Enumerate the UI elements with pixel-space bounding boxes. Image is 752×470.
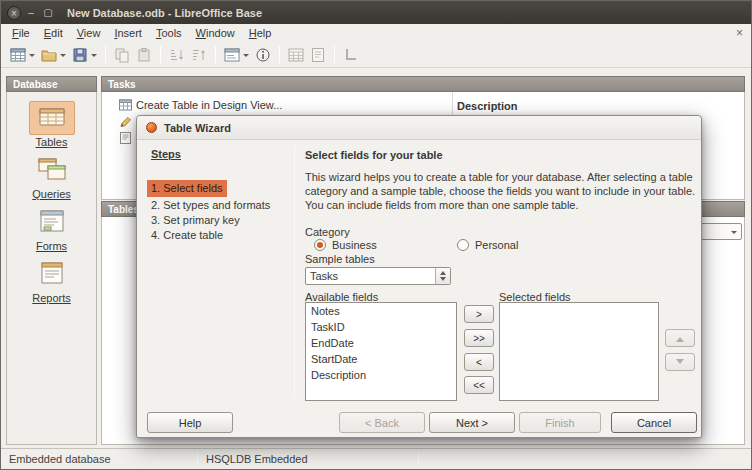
toolbar xyxy=(1,42,751,68)
chevron-up-icon xyxy=(676,333,684,342)
sidebar-item-forms[interactable]: Forms xyxy=(29,205,75,252)
step-create-table[interactable]: 4. Create table xyxy=(147,228,227,242)
move-up-button[interactable] xyxy=(665,329,695,347)
sidebar-item-label: Reports xyxy=(32,292,71,304)
design-form-icon xyxy=(310,47,326,63)
design-table-button[interactable] xyxy=(285,44,307,66)
list-item[interactable]: Description xyxy=(306,367,456,383)
paste-button[interactable] xyxy=(133,44,155,66)
paste-icon xyxy=(136,47,152,63)
forms-icon xyxy=(37,209,67,233)
step-set-primary-key[interactable]: 3. Set primary key xyxy=(147,213,244,227)
task-use-wizard[interactable] xyxy=(119,116,132,128)
finish-button[interactable]: Finish xyxy=(519,412,601,433)
menubar: File Edit View Insert Tools Window Help … xyxy=(1,24,751,42)
back-button[interactable]: < Back xyxy=(339,412,425,433)
sort-descending-button[interactable] xyxy=(188,44,210,66)
window-close-icon[interactable]: × xyxy=(7,6,21,20)
database-sidebar: Database Tables Queries Forms xyxy=(6,76,97,445)
radio-business-row: Business xyxy=(314,239,377,251)
sidebar-item-label: Forms xyxy=(36,240,67,252)
task-label: Create Table in Design View... xyxy=(136,99,282,111)
new-table-button[interactable] xyxy=(7,44,38,66)
menu-view[interactable]: View xyxy=(70,24,108,42)
save-button[interactable] xyxy=(69,44,100,66)
chevron-down-icon xyxy=(29,54,35,60)
list-item[interactable]: EndDate xyxy=(306,335,456,351)
chevron-down-icon xyxy=(91,54,97,60)
menu-file[interactable]: File xyxy=(5,24,37,42)
sort-ascending-button[interactable] xyxy=(166,44,188,66)
task-create-table-design-view[interactable]: Create Table in Design View... xyxy=(119,99,282,111)
move-down-button[interactable] xyxy=(665,353,695,371)
reports-iconbox xyxy=(29,257,75,291)
sample-tables-label: Sample tables xyxy=(305,253,375,265)
business-radio[interactable] xyxy=(314,239,326,251)
list-item[interactable]: StartDate xyxy=(306,351,456,367)
copy-button[interactable] xyxy=(111,44,133,66)
dialog-body: Steps 1. Select fields 2. Set types and … xyxy=(137,140,701,437)
chevron-up-icon xyxy=(440,268,446,275)
sidebar-item-label: Tables xyxy=(36,136,68,148)
sample-tables-value: Tasks xyxy=(306,270,435,282)
available-fields-list[interactable]: Notes TaskID EndDate StartDate Descripti… xyxy=(305,302,457,401)
table-wizard-dialog: Table Wizard Steps 1. Select fields 2. S… xyxy=(136,115,702,438)
window-minimize-icon[interactable]: – xyxy=(24,6,38,20)
menu-insert[interactable]: Insert xyxy=(107,24,149,42)
dialog-title: Table Wizard xyxy=(164,122,231,134)
sidebar-item-label: Queries xyxy=(32,188,71,200)
dialog-vertical-separator xyxy=(294,146,295,397)
queries-iconbox xyxy=(29,153,75,187)
menu-edit[interactable]: Edit xyxy=(37,24,70,42)
tables-icon xyxy=(37,105,67,129)
cancel-button[interactable]: Cancel xyxy=(611,412,697,433)
sidebar-item-reports[interactable]: Reports xyxy=(29,257,75,304)
new-table-icon xyxy=(10,47,26,63)
list-item[interactable]: Notes xyxy=(306,303,456,319)
titlebar: × – ▢ New Database.odb - LibreOffice Bas… xyxy=(1,1,751,24)
wizard-pencil-icon xyxy=(119,116,132,128)
sample-tables-combobox[interactable]: Tasks xyxy=(305,267,451,285)
toolbar-separator xyxy=(334,46,335,63)
form-button[interactable] xyxy=(221,44,252,66)
tables-iconbox xyxy=(29,101,75,135)
window-controls: × – ▢ xyxy=(7,6,55,20)
steps-list: 1. Select fields 2. Set types and format… xyxy=(147,180,274,243)
relationships-button[interactable] xyxy=(340,44,362,66)
move-all-right-button[interactable]: >> xyxy=(464,329,494,347)
task-create-view[interactable] xyxy=(119,132,132,144)
forms-iconbox xyxy=(29,205,75,239)
dialog-titlebar[interactable]: Table Wizard xyxy=(137,116,701,140)
info-button[interactable] xyxy=(252,44,274,66)
save-icon xyxy=(72,47,88,63)
menu-help[interactable]: Help xyxy=(242,24,279,42)
view-sheet-icon xyxy=(119,132,132,144)
status-engine: HSQLDB Embedded xyxy=(198,453,418,465)
window-maximize-icon[interactable]: ▢ xyxy=(41,6,55,20)
menu-window[interactable]: Window xyxy=(189,24,242,42)
step-select-fields[interactable]: 1. Select fields xyxy=(147,180,227,197)
step-set-types[interactable]: 2. Set types and formats xyxy=(147,198,274,212)
move-right-button[interactable]: > xyxy=(464,305,494,323)
copy-icon xyxy=(114,47,130,63)
selected-fields-list[interactable] xyxy=(499,302,659,401)
next-button[interactable]: Next > xyxy=(429,412,515,433)
database-panel-header: Database xyxy=(6,76,97,92)
open-button[interactable] xyxy=(38,44,69,66)
sidebar-item-tables[interactable]: Tables xyxy=(29,101,75,148)
spinner-icon[interactable] xyxy=(435,268,450,284)
personal-radio[interactable] xyxy=(457,239,469,251)
sidebar-item-queries[interactable]: Queries xyxy=(29,153,75,200)
move-all-left-button[interactable]: << xyxy=(464,376,494,394)
menu-tools[interactable]: Tools xyxy=(149,24,189,42)
reports-icon xyxy=(37,261,67,285)
design-form-button[interactable] xyxy=(307,44,329,66)
move-left-button[interactable]: < xyxy=(464,353,494,371)
close-document-icon[interactable]: × xyxy=(736,24,743,42)
help-button[interactable]: Help xyxy=(147,412,233,433)
steps-header: Steps xyxy=(151,148,181,160)
tasks-panel-header: Tasks xyxy=(101,76,745,92)
description-column-header: Description xyxy=(457,100,518,112)
table-design-icon xyxy=(119,99,132,111)
list-item[interactable]: TaskID xyxy=(306,319,456,335)
